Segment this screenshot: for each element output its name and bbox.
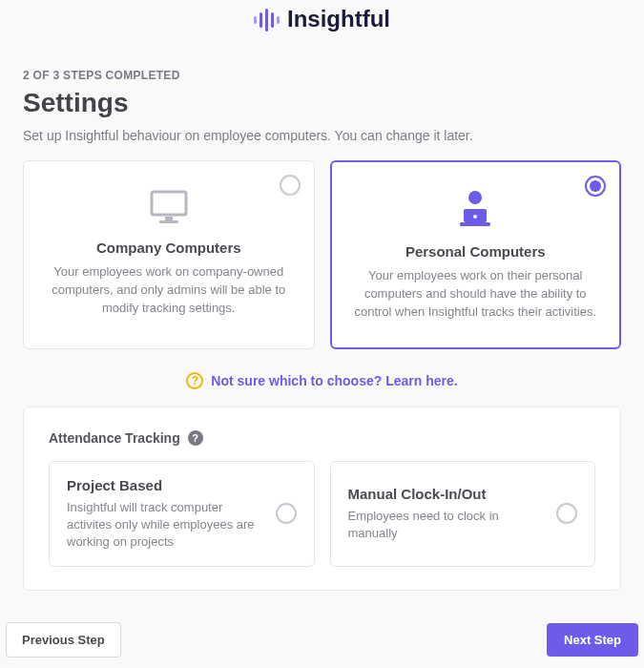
attendance-options: Project Based Insightful will track comp…	[49, 461, 595, 568]
person-laptop-icon	[352, 188, 600, 230]
help-link[interactable]: Not sure which to choose? Learn here.	[211, 373, 457, 388]
logo: Insightful	[23, 0, 621, 42]
help-row: ? Not sure which to choose? Learn here.	[23, 372, 621, 389]
wizard-footer: Previous Step Next Step	[0, 611, 644, 668]
manual-clock-title: Manual Clock-In/Out	[348, 486, 546, 502]
brand-name: Insightful	[287, 6, 390, 32]
attendance-panel: Attendance Tracking ? Project Based Insi…	[23, 407, 621, 592]
attendance-heading: Attendance Tracking	[49, 430, 180, 446]
svg-point-6	[473, 215, 477, 219]
next-step-button[interactable]: Next Step	[547, 623, 638, 657]
radio-personal[interactable]	[585, 176, 606, 197]
option-company-desc: Your employees work on company-owned com…	[45, 263, 293, 318]
svg-rect-2	[159, 220, 178, 223]
project-based-desc: Insightful will track computer activites…	[67, 499, 264, 552]
computer-type-options: Company Computers Your employees work on…	[23, 160, 621, 349]
svg-rect-1	[165, 217, 173, 220]
radio-manual-clock[interactable]	[556, 503, 577, 524]
option-project-based[interactable]: Project Based Insightful will track comp…	[49, 461, 315, 568]
project-based-title: Project Based	[67, 477, 264, 493]
page-subtitle: Set up Insightful behaviour on employee …	[23, 128, 621, 143]
svg-rect-5	[460, 222, 490, 226]
page-title: Settings	[23, 88, 621, 118]
help-icon: ?	[186, 372, 203, 389]
option-company-computers[interactable]: Company Computers Your employees work on…	[23, 160, 315, 349]
monitor-icon	[45, 188, 293, 226]
svg-rect-0	[152, 192, 186, 215]
logo-mark-icon	[254, 7, 280, 31]
option-personal-computers[interactable]: Personal Computers Your employees work o…	[330, 160, 622, 349]
radio-project-based[interactable]	[276, 503, 297, 524]
svg-point-3	[468, 191, 482, 204]
info-icon[interactable]: ?	[188, 430, 203, 446]
option-company-title: Company Computers	[45, 240, 293, 256]
option-personal-desc: Your employees work on their personal co…	[352, 267, 600, 322]
option-personal-title: Personal Computers	[352, 243, 600, 260]
radio-company[interactable]	[280, 175, 301, 196]
manual-clock-desc: Employees need to clock in manually	[348, 508, 546, 542]
option-manual-clock[interactable]: Manual Clock-In/Out Employees need to cl…	[330, 461, 596, 568]
previous-step-button[interactable]: Previous Step	[6, 622, 121, 658]
progress-label: 2 OF 3 STEPS COMPLETED	[23, 69, 621, 82]
